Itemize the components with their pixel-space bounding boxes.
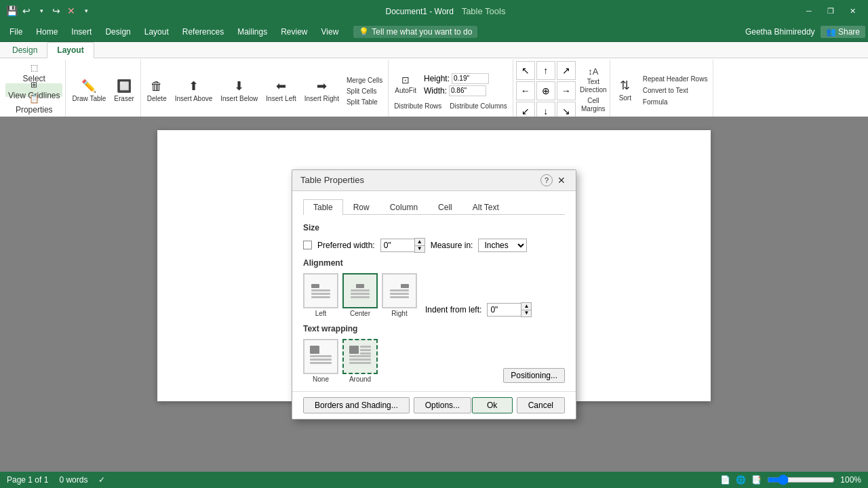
menu-home[interactable]: Home (29, 24, 64, 39)
align-top-left-button[interactable]: ↖ (516, 61, 535, 80)
preferred-width-checkbox[interactable] (303, 241, 312, 249)
gridlines-icon: ⊞ (31, 80, 37, 89)
align-middle-left-button[interactable]: ← (516, 81, 535, 100)
text-direction-button[interactable]: ↕A Text Direction (580, 66, 607, 94)
indent-spinner: ▲ ▼ (487, 302, 532, 317)
align-top-right-button[interactable]: ↗ (557, 61, 576, 80)
distribute-rows-button[interactable]: Distribute Rows (391, 101, 444, 111)
delete-button[interactable]: 🗑 Delete (144, 73, 170, 109)
properties-button[interactable]: 📋 Properties (5, 98, 62, 111)
merge-cells-button[interactable]: Merge Cells (344, 75, 385, 85)
redo-icon[interactable]: ↪ (50, 5, 62, 17)
properties-label: Properties (16, 105, 53, 115)
dialog-tab-alt-text[interactable]: Alt Text (462, 199, 509, 215)
options-button[interactable]: Options... (414, 397, 471, 413)
sort-button[interactable]: ⇅ Sort (613, 73, 637, 107)
save-icon[interactable]: 💾 (5, 5, 18, 17)
document-area: Table Properties ? ✕ Table Row Column Ce… (0, 117, 868, 472)
dialog-help-button[interactable]: ? (540, 174, 553, 186)
tab-table-layout[interactable]: Layout (47, 42, 94, 58)
undo-dropdown-icon[interactable]: ▾ (35, 5, 47, 17)
indent-from-left-label: Indent from left: (425, 305, 481, 314)
alignment-section-title: Alignment (303, 258, 565, 268)
align-right-button[interactable] (382, 273, 417, 308)
borders-shading-button[interactable]: Borders and Shading... (303, 397, 410, 413)
preferred-width-spinner: ▲ ▼ (380, 238, 425, 253)
positioning-button[interactable]: Positioning... (503, 368, 565, 383)
view-print-icon[interactable]: 📄 (720, 475, 730, 485)
dialog-title: Table Properties (300, 175, 364, 185)
draw-table-button[interactable]: ✏️ Draw Table (68, 73, 109, 109)
svg-rect-5 (351, 289, 370, 291)
cancel-button[interactable]: Cancel (517, 397, 565, 413)
measure-in-select[interactable]: Inches Percent (478, 239, 527, 252)
align-middle-center-button[interactable]: ⊕ (536, 81, 555, 100)
menu-review[interactable]: Review (274, 24, 314, 39)
view-outline-icon[interactable]: 📑 (751, 475, 762, 485)
insert-above-button[interactable]: ⬆ Insert Above (172, 73, 216, 109)
height-input[interactable] (452, 73, 489, 84)
dialog-tab-table[interactable]: Table (303, 199, 343, 215)
share-button[interactable]: 👥 Share (821, 26, 865, 38)
split-table-button[interactable]: Split Table (344, 97, 385, 107)
menu-design[interactable]: Design (98, 24, 137, 39)
preferred-width-input[interactable] (380, 239, 414, 252)
distribute-cols-button[interactable]: Distribute Columns (447, 101, 509, 111)
insert-left-button[interactable]: ⬅ Insert Left (262, 73, 299, 109)
dialog-tab-cell[interactable]: Cell (428, 199, 462, 215)
split-cells-button[interactable]: Split Cells (344, 86, 385, 96)
align-center-option: Center (342, 273, 378, 317)
insert-below-button[interactable]: ⬇ Insert Below (217, 73, 261, 109)
wrap-around-button[interactable] (342, 339, 378, 374)
tab-table-design[interactable]: Design (3, 43, 47, 58)
menu-mailings[interactable]: Mailings (231, 24, 274, 39)
align-left-button[interactable] (303, 273, 338, 308)
wrap-none-button[interactable] (303, 339, 338, 374)
restore-button[interactable]: ❐ (821, 4, 841, 18)
insert-above-label: Insert Above (175, 95, 213, 103)
svg-rect-2 (311, 293, 330, 295)
autofit-button[interactable]: ⊡ AutoFit (391, 71, 420, 98)
tell-me-box[interactable]: 💡 Tell me what you want to do (353, 26, 477, 38)
undo-icon[interactable]: ↩ (20, 5, 33, 17)
ok-button[interactable]: Ok (472, 397, 513, 413)
convert-to-text-button[interactable]: Convert to Text (640, 85, 711, 96)
menu-layout[interactable]: Layout (138, 24, 176, 39)
indent-up-button[interactable]: ▲ (521, 303, 531, 310)
svg-rect-18 (360, 349, 371, 351)
close-button[interactable]: ✕ (842, 4, 863, 18)
align-top-center-button[interactable]: ↑ (536, 61, 555, 80)
dialog-bottom: Borders and Shading... Options... Ok Can… (292, 391, 576, 419)
customize-icon[interactable]: ▾ (80, 5, 92, 17)
view-web-icon[interactable]: 🌐 (736, 475, 746, 485)
eraser-button[interactable]: 🔲 Eraser (111, 73, 137, 109)
dialog-close-button[interactable]: ✕ (555, 174, 568, 186)
width-input[interactable] (449, 85, 486, 96)
dialog-tab-column[interactable]: Column (380, 199, 428, 215)
indent-down-button[interactable]: ▼ (521, 310, 531, 317)
wrap-around-option: Around (342, 339, 378, 383)
draw-table-label: Draw Table (72, 95, 106, 103)
insert-right-button[interactable]: ➡ Insert Right (301, 73, 342, 109)
data-group-buttons: ⇅ Sort Repeat Header Rows Convert to Tex… (613, 61, 711, 121)
cell-margins-button[interactable]: Cell Margins (580, 95, 607, 115)
menu-references[interactable]: References (176, 24, 231, 39)
formula-button[interactable]: Formula (640, 97, 711, 107)
dialog-bottom-left-buttons: Borders and Shading... Options... (303, 397, 471, 413)
menu-view[interactable]: View (315, 24, 346, 39)
preferred-width-down-button[interactable]: ▼ (415, 245, 425, 252)
preferred-width-up-button[interactable]: ▲ (415, 239, 425, 245)
align-middle-right-button[interactable]: → (557, 81, 576, 100)
alignment-buttons: Left (303, 273, 417, 317)
menu-insert[interactable]: Insert (64, 24, 98, 39)
align-center-button[interactable] (342, 273, 378, 308)
zoom-slider[interactable] (767, 474, 835, 485)
repeat-header-button[interactable]: Repeat Header Rows (640, 74, 711, 84)
dialog-tab-row[interactable]: Row (343, 199, 380, 215)
menu-file[interactable]: File (3, 24, 29, 39)
minimize-button[interactable]: ─ (799, 4, 819, 18)
indent-input[interactable] (487, 303, 521, 317)
indent-spinner-buttons: ▲ ▼ (521, 302, 532, 317)
proof-icon[interactable]: ✓ (98, 475, 105, 485)
cancel-icon[interactable]: ✕ (65, 5, 77, 17)
